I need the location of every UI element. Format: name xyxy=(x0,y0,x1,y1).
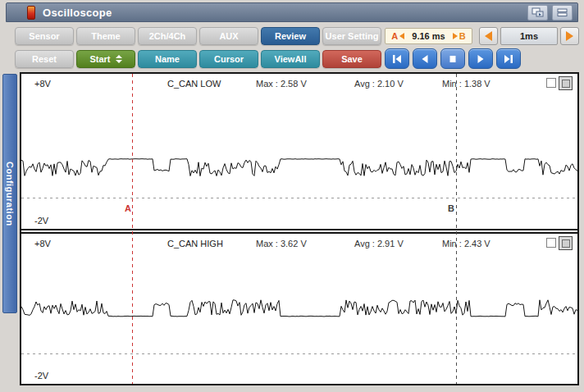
ab-delta-time: 9.16 ms xyxy=(412,31,445,41)
expand-icon xyxy=(562,239,570,248)
channel-2-checkbox[interactable] xyxy=(546,238,556,248)
channel-1-zero-gridline xyxy=(21,198,577,198)
channel-1-expand-button[interactable] xyxy=(559,76,573,90)
spinner-icon xyxy=(116,55,122,63)
channel-1-bottom-voltage: -2V xyxy=(34,216,48,226)
save-button[interactable]: Save xyxy=(322,50,381,68)
channel-2-waveform xyxy=(21,234,577,384)
channel-2-min: Min : 2.43 V xyxy=(442,239,490,248)
aux-button[interactable]: AUX xyxy=(199,27,258,45)
capture-icon[interactable] xyxy=(527,5,548,21)
cursor-a-tag: A xyxy=(391,31,398,41)
channel-1-min: Min : 1.38 V xyxy=(442,79,490,89)
stop-button[interactable] xyxy=(440,48,465,69)
step-back-icon xyxy=(418,54,431,64)
timebase-decrease-button[interactable] xyxy=(479,27,498,45)
start-button[interactable]: Start xyxy=(76,50,135,68)
channel-1-name: C_CAN LOW xyxy=(167,79,221,89)
channel-1-avg: Avg : 2.10 V xyxy=(354,79,404,89)
channel-2-top-voltage: +8V xyxy=(34,239,51,248)
channel-2-bottom-voltage: -2V xyxy=(34,371,48,381)
titlebar-buttons xyxy=(527,5,573,21)
skip-to-start-icon xyxy=(390,54,404,64)
user-setting-button[interactable]: User Setting xyxy=(322,27,381,45)
channel-2-max: Max : 3.62 V xyxy=(256,239,307,248)
channel-2-plot: +8V C_CAN HIGH Max : 3.62 V Avg : 2.91 V… xyxy=(21,232,577,384)
step-back-button[interactable] xyxy=(413,48,437,69)
sensor-button[interactable]: Sensor xyxy=(15,27,74,45)
cursor-b-line[interactable] xyxy=(456,74,457,384)
review-button[interactable]: Review xyxy=(261,27,320,45)
channel-1-top-voltage: +8V xyxy=(34,79,51,89)
channel-2-avg: Avg : 2.91 V xyxy=(354,239,404,248)
cursor-a-line[interactable] xyxy=(132,74,133,384)
configuration-tab[interactable]: Configuration xyxy=(2,74,17,313)
play-button[interactable] xyxy=(468,48,493,69)
capture-icon-glyph xyxy=(532,7,544,17)
cursor-b-label: B xyxy=(448,203,454,213)
stop-icon xyxy=(446,54,459,64)
report-icon-glyph xyxy=(557,8,568,17)
channel-mode-button[interactable]: 2Ch/4Ch xyxy=(138,27,197,45)
play-icon xyxy=(474,54,487,64)
left-arrow-icon xyxy=(485,31,492,41)
cursor-a-arrow-icon xyxy=(399,33,404,39)
right-arrow-icon xyxy=(566,31,573,41)
titlebar: Oscilloscope xyxy=(6,2,578,22)
channel-1-waveform xyxy=(21,74,577,229)
channel-1-checkbox[interactable] xyxy=(546,78,556,88)
expand-icon xyxy=(562,80,570,88)
scope-area: +8V C_CAN LOW Max : 2.58 V Avg : 2.10 V … xyxy=(20,72,579,385)
ab-cursor-readout[interactable]: A 9.16 ms B xyxy=(385,28,472,44)
cursor-a-label: A xyxy=(125,203,131,213)
timebase-value[interactable]: 1ms xyxy=(500,27,558,45)
channel-1-max: Max : 2.58 V xyxy=(256,79,307,89)
channel-2-expand-button[interactable] xyxy=(559,236,573,250)
cursor-b-tag: B xyxy=(459,31,466,41)
skip-to-end-icon xyxy=(502,54,515,64)
window-title: Oscilloscope xyxy=(43,7,112,19)
channel-1-plot: +8V C_CAN LOW Max : 2.58 V Avg : 2.10 V … xyxy=(21,74,577,230)
viewall-button[interactable]: ViewAll xyxy=(261,50,320,68)
channel-2-zero-gridline xyxy=(21,353,577,354)
cursor-b-arrow-icon xyxy=(453,33,458,39)
start-button-label: Start xyxy=(89,51,110,67)
skip-to-end-button[interactable] xyxy=(496,48,521,69)
channel-2-name: C_CAN HIGH xyxy=(167,239,223,248)
app-icon xyxy=(27,6,35,20)
name-button[interactable]: Name xyxy=(138,50,197,68)
reset-button[interactable]: Reset xyxy=(15,50,74,68)
cursor-button[interactable]: Cursor xyxy=(199,50,258,68)
theme-button[interactable]: Theme xyxy=(76,27,135,45)
report-icon[interactable] xyxy=(552,5,573,21)
skip-to-start-button[interactable] xyxy=(385,48,409,69)
timebase-increase-button[interactable] xyxy=(560,27,579,45)
